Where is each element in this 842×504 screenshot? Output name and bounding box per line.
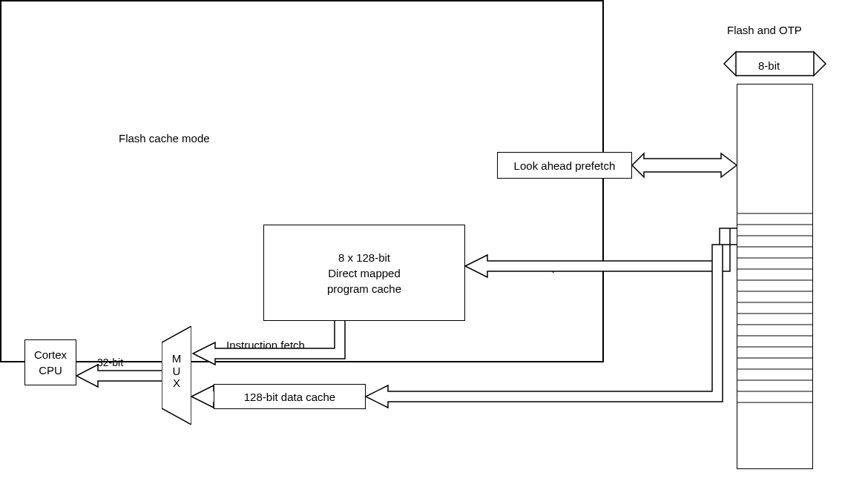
cpu-box: Cortex CPU xyxy=(24,339,76,385)
flash-width-label: 8-bit xyxy=(758,59,780,72)
lookahead-box: Look ahead prefetch xyxy=(497,152,632,179)
flash-cache-mode-label: Flash cache mode xyxy=(119,132,210,145)
prefetch-data-label: 128-bit prefetch data xyxy=(515,260,617,273)
cpu-width-label: 32-bit xyxy=(97,357,123,368)
program-cache-line2: Direct mapped xyxy=(328,265,401,281)
flash-rows-icon xyxy=(737,84,812,469)
data-cache-box: 128-bit data cache xyxy=(214,384,366,409)
flash-otp-title: Flash and OTP xyxy=(727,24,802,36)
flash-memory-box xyxy=(737,84,813,469)
mux-letter-m: M xyxy=(169,353,184,365)
diagram-stage: Flash cache mode Cortex CPU Look ahead p… xyxy=(0,0,842,504)
data-cache-label: 128-bit data cache xyxy=(244,391,335,403)
dcode-access-label: Data from DCODE access xyxy=(413,391,543,403)
svg-marker-19 xyxy=(724,52,736,76)
cpu-label-line1: Cortex xyxy=(34,347,67,362)
program-cache-line1: 8 x 128-bit xyxy=(338,250,390,265)
lookahead-arrow-icon xyxy=(632,153,737,177)
cpu-label-line2: CPU xyxy=(39,362,62,378)
program-cache-line3: program cache xyxy=(327,281,401,296)
mux-letter-x: X xyxy=(169,377,184,390)
lookahead-label: Look ahead prefetch xyxy=(514,159,616,172)
mux: M U X xyxy=(162,326,191,425)
dcache-to-mux-arrow-icon xyxy=(191,385,214,408)
instruction-fetch-label: Instruction fetch xyxy=(226,339,305,351)
mux-letter-u: U xyxy=(169,365,184,378)
program-cache-box: 8 x 128-bit Direct mapped program cache xyxy=(263,225,465,321)
svg-marker-20 xyxy=(814,52,826,76)
